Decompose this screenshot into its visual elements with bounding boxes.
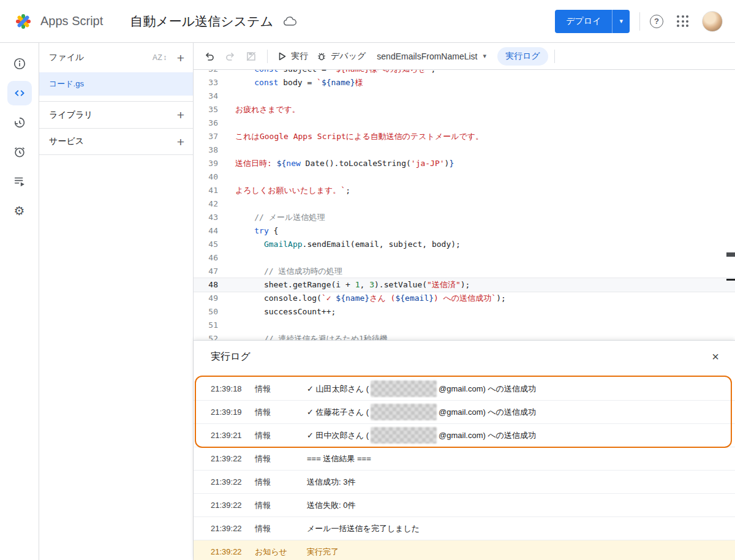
file-item-code-gs[interactable]: コード.gs [39,72,193,96]
code-text: よろしくお願いいたします。`; [235,184,735,197]
undo-icon[interactable] [200,47,219,66]
line-number: 52 [194,332,235,340]
code-line-49[interactable]: 49console.log(`✓ ${name}さん (${email}) への… [194,292,735,305]
overview-info-icon[interactable] [7,51,32,76]
services-section[interactable]: サービス + [39,128,193,155]
redo-icon[interactable] [221,47,240,66]
add-file-button[interactable]: + [177,51,184,64]
line-number: 34 [194,89,235,103]
files-header: ファイル AZ↕ + [39,43,193,72]
sort-files-button[interactable]: AZ↕ [153,53,167,62]
settings-gear-icon[interactable]: ⚙ [7,199,32,223]
line-number: 48 [194,278,235,292]
code-line-33[interactable]: 33const body = `${name}様 [194,76,735,89]
add-service-button[interactable]: + [177,135,184,148]
log-row[interactable]: 21:39:18情報✓ 山田太郎さん (@gmail.com) への送信成功 [194,377,735,401]
code-line-32[interactable]: 32const subject = `${name}様へのお知らせ`; [194,70,735,76]
line-number: 45 [194,238,235,251]
triggers-clock-icon[interactable] [7,140,32,164]
code-line-45[interactable]: 45GmailApp.sendEmail(email, subject, bod… [194,238,735,251]
left-rail: ⚙ [0,43,39,560]
log-row[interactable]: 21:39:22情報=== 送信結果 === [194,447,735,471]
sort-az-icon: AZ [153,53,162,62]
log-message: ✓ 田中次郎さん (@gmail.com) への送信成功 [307,427,735,444]
code-text: try { [235,224,735,238]
code-line-51[interactable]: 51 [194,319,735,332]
deploy-dropdown-arrow-icon[interactable]: ▾ [612,10,630,33]
log-row[interactable]: 21:39:21情報✓ 田中次郎さん (@gmail.com) への送信成功 [194,424,735,447]
line-number: 51 [194,319,235,332]
log-message: ✓ 山田太郎さん (@gmail.com) への送信成功 [307,380,735,397]
log-row[interactable]: 21:39:19情報✓ 佐藤花子さん (@gmail.com) への送信成功 [194,401,735,424]
log-type: 情報 [255,500,307,511]
code-line-41[interactable]: 41よろしくお願いいたします。`; [194,184,735,197]
project-history-icon[interactable] [7,110,32,135]
code-line-39[interactable]: 39送信日時: ${new Date().toLocaleString('ja-… [194,157,735,170]
close-icon[interactable]: × [712,350,719,363]
log-row[interactable]: 21:39:22情報メール一括送信を完了しました [194,517,735,540]
log-row[interactable]: 21:39:22情報送信失敗: 0件 [194,494,735,517]
log-timestamp: 21:39:21 [194,431,255,440]
services-label: サービス [49,136,84,147]
avatar[interactable] [702,11,723,32]
deploy-button[interactable]: デプロイ ▾ [555,10,630,33]
code-line-44[interactable]: 44try { [194,224,735,238]
code-line-46[interactable]: 46 [194,251,735,265]
line-number: 37 [194,130,235,143]
project-title[interactable]: 自動メール送信システム [130,13,273,30]
line-number: 47 [194,265,235,278]
code-line-43[interactable]: 43// メール送信処理 [194,211,735,224]
scrollbar-thumb[interactable] [726,252,735,257]
log-timestamp: 21:39:19 [194,407,255,417]
code-lines: 32const subject = `${name}様へのお知らせ`;33con… [194,70,735,340]
debug-button[interactable]: デバッグ [313,47,369,66]
apps-script-window: Apps Script 自動メール送信システム デプロイ ▾ ? [0,0,735,560]
libraries-section[interactable]: ライブラリ + [39,101,193,128]
code-text: // 連続送信を避けるため1秒待機 [235,332,735,340]
apps-grid-icon[interactable] [677,15,688,27]
executions-list-icon[interactable] [7,169,32,194]
code-text: 送信日時: ${new Date().toLocaleString('ja-JP… [235,157,735,170]
main-column: 実行 デバッグ sendEmailsFromNameList ▾ 実行ログ 32… [194,43,735,560]
code-line-42[interactable]: 42 [194,197,735,211]
log-message: 送信成功: 3件 [307,477,735,488]
code-text: const subject = `${name}様へのお知らせ`; [235,70,735,76]
code-line-48[interactable]: 48sheet.getRange(i + 1, 3).setValue("送信済… [194,278,735,292]
code-line-47[interactable]: 47// 送信成功時の処理 [194,265,735,278]
code-line-35[interactable]: 35お疲れさまです。 [194,103,735,116]
code-line-40[interactable]: 40 [194,170,735,184]
run-button[interactable]: 実行 [274,47,312,66]
code-line-38[interactable]: 38 [194,143,735,157]
code-line-36[interactable]: 36 [194,116,735,130]
function-selector[interactable]: sendEmailsFromNameList ▾ [377,51,486,61]
help-icon[interactable]: ? [650,15,663,28]
log-timestamp: 21:39:22 [194,477,255,486]
log-panel-header: 実行ログ × [194,341,735,373]
gear-glyph: ⚙ [14,205,25,217]
line-number: 44 [194,224,235,238]
apps-script-logo-icon [12,10,34,32]
execution-log-chip[interactable]: 実行ログ [497,47,548,66]
save-icon[interactable] [241,47,261,66]
code-text [235,89,735,103]
code-editor[interactable]: 32const subject = `${name}様へのお知らせ`;33con… [194,70,735,340]
code-text [235,170,735,184]
add-library-button[interactable]: + [177,108,184,121]
log-row[interactable]: 21:39:22お知らせ実行完了 [194,540,735,560]
app-name: Apps Script [40,14,103,28]
log-timestamp: 21:39:22 [194,454,255,463]
line-number: 43 [194,211,235,224]
editor-toolbar: 実行 デバッグ sendEmailsFromNameList ▾ 実行ログ [194,43,735,70]
code-line-50[interactable]: 50successCount++; [194,305,735,319]
toolbar-divider-2 [554,50,555,63]
log-row[interactable]: 21:39:22情報送信成功: 3件 [194,471,735,494]
log-type: 情報 [255,477,307,488]
deploy-button-label[interactable]: デプロイ [555,10,612,33]
log-message-prefix: ✓ 山田太郎さん ( [307,384,369,395]
code-line-34[interactable]: 34 [194,89,735,103]
code-line-52[interactable]: 52// 連続送信を避けるため1秒待機 [194,332,735,340]
editor-code-icon[interactable] [7,81,32,105]
code-line-37[interactable]: 37これはGoogle Apps Scriptによる自動送信のテストメールです。 [194,130,735,143]
line-number: 33 [194,76,235,89]
log-type: 情報 [255,407,307,418]
